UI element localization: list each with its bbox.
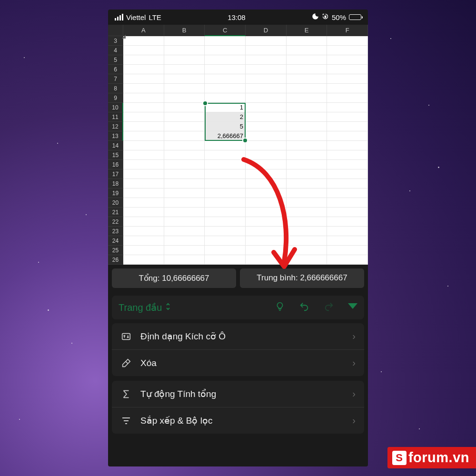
row-header-24[interactable]: 24 <box>108 236 123 246</box>
cell-E12[interactable] <box>287 122 327 131</box>
cell-D23[interactable] <box>246 227 287 236</box>
cell-E11[interactable] <box>287 112 327 122</box>
cell-C4[interactable] <box>205 46 246 55</box>
cell-C6[interactable] <box>205 65 246 74</box>
cell-D9[interactable] <box>246 93 287 103</box>
cell-E9[interactable] <box>287 93 327 103</box>
row-header-3[interactable]: 3 <box>108 36 123 46</box>
row-header-8[interactable]: 8 <box>108 84 123 93</box>
cell-A20[interactable] <box>123 198 164 208</box>
cell-F25[interactable] <box>327 246 368 255</box>
cell-F5[interactable] <box>327 55 368 65</box>
row-header-21[interactable]: 21 <box>108 208 123 217</box>
cell-C13[interactable]: 2,666667 <box>205 131 246 141</box>
row-header-5[interactable]: 5 <box>108 55 123 65</box>
cell-E19[interactable] <box>287 188 327 198</box>
cell-F9[interactable] <box>327 93 368 103</box>
cell-B18[interactable] <box>164 179 205 188</box>
select-all-corner[interactable] <box>108 25 123 36</box>
cell-D13[interactable] <box>246 131 287 141</box>
cell-C10[interactable]: 1 <box>205 103 246 112</box>
cell-A17[interactable] <box>123 169 164 179</box>
cell-A15[interactable] <box>123 150 164 160</box>
spreadsheet-grid[interactable]: A B C D E F 3456789101112125132,66666714… <box>108 25 368 265</box>
cell-E18[interactable] <box>287 179 327 188</box>
cell-D19[interactable] <box>246 188 287 198</box>
cell-A16[interactable] <box>123 160 164 169</box>
row-header-6[interactable]: 6 <box>108 65 123 74</box>
cell-D22[interactable] <box>246 217 287 227</box>
cell-E16[interactable] <box>287 160 327 169</box>
col-header-B[interactable]: B <box>164 25 205 36</box>
row-header-16[interactable]: 16 <box>108 160 123 169</box>
cell-A5[interactable] <box>123 55 164 65</box>
row-header-12[interactable]: 12 <box>108 122 123 131</box>
cell-E17[interactable] <box>287 169 327 179</box>
cell-B6[interactable] <box>164 65 205 74</box>
cell-C14[interactable] <box>205 141 246 150</box>
lightbulb-icon[interactable] <box>275 301 285 314</box>
cell-F12[interactable] <box>327 122 368 131</box>
col-header-A[interactable]: A <box>123 25 164 36</box>
cell-D15[interactable] <box>246 150 287 160</box>
cell-D20[interactable] <box>246 198 287 208</box>
stat-average[interactable]: Trung bình: 2,666666667 <box>240 268 364 288</box>
cell-B22[interactable] <box>164 217 205 227</box>
cell-E7[interactable] <box>287 74 327 84</box>
cell-E15[interactable] <box>287 150 327 160</box>
cell-A3[interactable] <box>123 36 164 46</box>
cell-C17[interactable] <box>205 169 246 179</box>
cell-D7[interactable] <box>246 74 287 84</box>
cell-B21[interactable] <box>164 208 205 217</box>
cell-A7[interactable] <box>123 74 164 84</box>
cell-C16[interactable] <box>205 160 246 169</box>
cell-E20[interactable] <box>287 198 327 208</box>
row-header-9[interactable]: 9 <box>108 93 123 103</box>
cell-B23[interactable] <box>164 227 205 236</box>
cell-B13[interactable] <box>164 131 205 141</box>
cell-C7[interactable] <box>205 74 246 84</box>
row-header-19[interactable]: 19 <box>108 188 123 198</box>
cell-B12[interactable] <box>164 122 205 131</box>
cell-F7[interactable] <box>327 74 368 84</box>
cell-B14[interactable] <box>164 141 205 150</box>
cell-A13[interactable] <box>123 131 164 141</box>
cell-B9[interactable] <box>164 93 205 103</box>
cell-E23[interactable] <box>287 227 327 236</box>
col-header-D[interactable]: D <box>246 25 287 36</box>
cell-B16[interactable] <box>164 160 205 169</box>
col-header-C[interactable]: C <box>205 25 246 36</box>
menu-autosum[interactable]: Tự động Tính tổng › <box>112 381 364 407</box>
cell-E10[interactable] <box>287 103 327 112</box>
cell-D11[interactable] <box>246 112 287 122</box>
cell-D18[interactable] <box>246 179 287 188</box>
cell-C19[interactable] <box>205 188 246 198</box>
cell-D12[interactable] <box>246 122 287 131</box>
cell-B19[interactable] <box>164 188 205 198</box>
cell-A4[interactable] <box>123 46 164 55</box>
row-header-26[interactable]: 26 <box>108 255 123 265</box>
cell-F24[interactable] <box>327 236 368 246</box>
cell-E14[interactable] <box>287 141 327 150</box>
cell-D21[interactable] <box>246 208 287 217</box>
cell-B17[interactable] <box>164 169 205 179</box>
cell-E8[interactable] <box>287 84 327 93</box>
cell-C11[interactable]: 2 <box>205 112 246 122</box>
row-header-11[interactable]: 11 <box>108 112 123 122</box>
cell-B11[interactable] <box>164 112 205 122</box>
cell-C3[interactable] <box>205 36 246 46</box>
cell-C20[interactable] <box>205 198 246 208</box>
cell-F19[interactable] <box>327 188 368 198</box>
cell-D4[interactable] <box>246 46 287 55</box>
menu-cell-size-format[interactable]: Định dạng Kích cỡ Ô › <box>112 323 364 349</box>
cell-F11[interactable] <box>327 112 368 122</box>
cell-B7[interactable] <box>164 74 205 84</box>
cell-E24[interactable] <box>287 236 327 246</box>
cell-A18[interactable] <box>123 179 164 188</box>
row-header-18[interactable]: 18 <box>108 179 123 188</box>
cell-C21[interactable] <box>205 208 246 217</box>
cell-A21[interactable] <box>123 208 164 217</box>
cell-F23[interactable] <box>327 227 368 236</box>
cell-D3[interactable] <box>246 36 287 46</box>
row-header-17[interactable]: 17 <box>108 169 123 179</box>
